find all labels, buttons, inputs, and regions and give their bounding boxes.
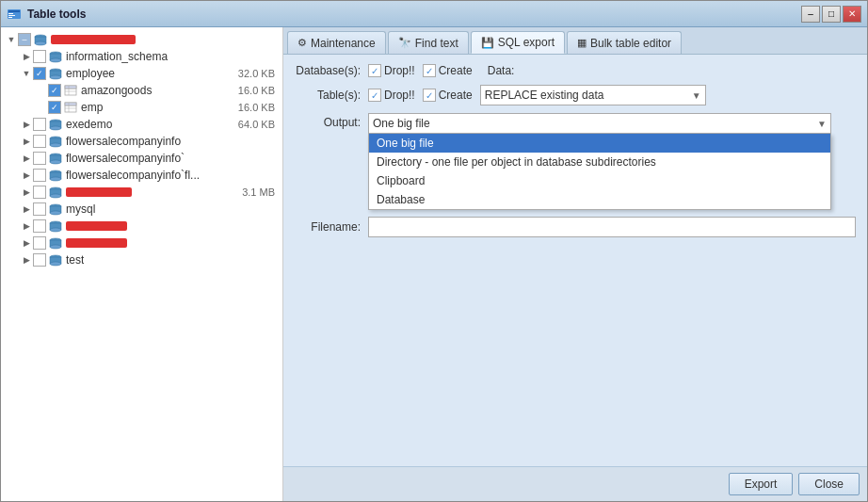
svg-point-38	[50, 194, 61, 198]
tree-item-fsci1[interactable]: ▶ flowersalecompanyinfo	[1, 133, 282, 150]
db-icon-test	[48, 252, 63, 267]
tree-item-employee[interactable]: ▼ ✓ employee 32.0 KB	[1, 65, 282, 82]
expander-icon-fsci3[interactable]: ▶	[20, 169, 33, 182]
bottom-bar: Export Close	[283, 466, 867, 501]
db-create-check-item: ✓ Create	[423, 64, 473, 77]
tree-size-amazongoods: 16.0 KB	[238, 85, 282, 96]
tbl-drop-checkbox[interactable]: ✓	[368, 89, 381, 102]
databases-controls: ✓ Drop!! ✓ Create Data:	[368, 64, 514, 77]
svg-rect-1	[8, 10, 20, 12]
tab-maintenance[interactable]: ⚙ Maintenance	[287, 31, 386, 54]
tab-sql-export-label: SQL export	[498, 36, 555, 49]
tree-checkbox-r1[interactable]	[33, 186, 46, 199]
output-option-clipboard[interactable]: Clipboard	[369, 171, 830, 190]
tree-checkbox-root[interactable]: –	[18, 33, 31, 46]
expander-icon-employee[interactable]: ▼	[20, 67, 33, 80]
svg-point-10	[50, 58, 61, 62]
output-dropdown[interactable]: One big file ▼	[368, 113, 831, 134]
db-drop-check-item: ✓ Drop!!	[368, 64, 415, 77]
tbl-create-checkbox[interactable]: ✓	[423, 89, 436, 102]
svg-point-26	[50, 126, 61, 130]
tree-item-redacted2[interactable]: ▶	[1, 218, 282, 235]
svg-rect-2	[8, 13, 13, 14]
svg-point-7	[35, 41, 46, 45]
output-option-database[interactable]: Database	[369, 190, 830, 209]
expander-icon-fsci1[interactable]: ▶	[20, 135, 33, 148]
tbl-create-check-item: ✓ Create	[423, 89, 473, 102]
tree-checkbox-fsci2[interactable]	[33, 152, 46, 165]
data-dropdown[interactable]: REPLACE existing data ▼	[480, 85, 706, 105]
tree-checkbox-r3[interactable]	[33, 236, 46, 250]
db-icon-r1	[48, 185, 63, 200]
svg-point-35	[50, 177, 61, 181]
expander-icon-amazongoods[interactable]	[35, 84, 48, 97]
tab-bar: ⚙ Maintenance 🔭 Find text 💾 SQL export ▦…	[283, 27, 867, 55]
output-option-directory[interactable]: Directory - one file per object in datab…	[369, 153, 830, 171]
tab-find-text[interactable]: 🔭 Find text	[388, 31, 469, 54]
table-icon-emp	[63, 100, 78, 115]
gear-icon: ⚙	[297, 37, 307, 49]
expander-icon-mysql[interactable]: ▶	[20, 202, 33, 216]
tree-item-redacted3[interactable]: ▶	[1, 235, 282, 251]
tree-checkbox-fsci3[interactable]	[33, 169, 46, 182]
db-create-checkbox[interactable]: ✓	[423, 64, 436, 77]
svg-point-50	[50, 262, 61, 266]
expander-icon-test[interactable]: ▶	[20, 253, 33, 267]
tables-label: Table(s):	[295, 89, 361, 102]
close-window-button[interactable]: ✕	[843, 6, 861, 23]
minimize-button[interactable]: –	[801, 6, 820, 23]
tree-item-fsci2[interactable]: ▶ flowersalecompanyinfo`	[1, 150, 282, 167]
tree-item-exedemo[interactable]: ▶ exedemo 64.0 KB	[1, 116, 282, 133]
sql-export-form: Database(s): ✓ Drop!! ✓ Create Data:	[283, 55, 867, 247]
tree-item-redacted1[interactable]: ▶ 3.1 MB	[1, 184, 282, 201]
maximize-button[interactable]: □	[822, 6, 841, 23]
tree-checkbox-employee[interactable]: ✓	[33, 67, 46, 80]
tree-checkbox-is[interactable]	[33, 50, 46, 63]
tab-sql-export[interactable]: 💾 SQL export	[471, 31, 565, 54]
tree-item-amazongoods[interactable]: ✓ amazongoods 16.0 KB	[1, 82, 282, 99]
tab-bulk-table-editor[interactable]: ▦ Bulk table editor	[567, 31, 682, 54]
tbl-drop-check-item: ✓ Drop!!	[368, 89, 415, 102]
tree-checkbox-fsci1[interactable]	[33, 135, 46, 148]
db-drop-checkbox[interactable]: ✓	[368, 64, 381, 77]
output-dropdown-text: One big file	[373, 117, 817, 130]
tree-label-employee: employee	[66, 67, 115, 80]
expander-icon-fsci2[interactable]: ▶	[20, 152, 33, 165]
tree-checkbox-mysql[interactable]	[33, 202, 46, 216]
expander-icon-r3[interactable]: ▶	[20, 236, 33, 250]
tree-checkbox-emp[interactable]: ✓	[48, 101, 61, 114]
tree-item-emp[interactable]: ✓ emp 16.0 KB	[1, 99, 282, 116]
svg-point-29	[50, 143, 61, 147]
expander-icon-r1[interactable]: ▶	[20, 186, 33, 199]
tree-checkbox-test[interactable]	[33, 253, 46, 267]
expander-icon-emp[interactable]	[35, 101, 48, 114]
tab-maintenance-label: Maintenance	[311, 37, 376, 50]
filename-input[interactable]	[368, 217, 856, 237]
right-panel: ⚙ Maintenance 🔭 Find text 💾 SQL export ▦…	[283, 27, 867, 501]
tree-checkbox-amazongoods[interactable]: ✓	[48, 84, 61, 97]
tree-label-r2	[66, 221, 127, 231]
tables-row: Table(s): ✓ Drop!! ✓ Create REPLACE exis…	[295, 85, 856, 105]
expander-icon-r2[interactable]: ▶	[20, 219, 33, 233]
tree-item-fsci3[interactable]: ▶ flowersalecompanyinfo`fl...	[1, 167, 282, 184]
expander-icon[interactable]: ▼	[5, 33, 18, 46]
databases-row: Database(s): ✓ Drop!! ✓ Create Data:	[295, 64, 856, 77]
tree-size-exedemo: 64.0 KB	[238, 119, 282, 130]
close-button[interactable]: Close	[798, 473, 860, 495]
tree-item-information-schema[interactable]: ▶ information_schema	[1, 48, 282, 65]
expander-icon[interactable]: ▶	[20, 50, 33, 63]
tree-item-root[interactable]: ▼ –	[1, 31, 282, 48]
tree-checkbox-exedemo[interactable]	[33, 118, 46, 131]
tree-item-test[interactable]: ▶ test	[1, 251, 282, 268]
export-button[interactable]: Export	[729, 473, 794, 495]
db-icon-fsci3	[48, 168, 63, 183]
db-icon-r3	[48, 235, 63, 251]
tree-item-mysql[interactable]: ▶ mysql	[1, 201, 282, 218]
tree-checkbox-r2[interactable]	[33, 219, 46, 233]
expander-icon-exedemo[interactable]: ▶	[20, 118, 33, 131]
svg-rect-15	[65, 86, 76, 89]
tree-label-fsci2: flowersalecompanyinfo`	[66, 152, 185, 165]
table-tools-window: Table tools – □ ✕ ▼ –	[0, 0, 868, 502]
output-option-one-big-file[interactable]: One big file	[369, 134, 830, 153]
output-dropdown-container: One big file ▼ One big file Directory - …	[368, 113, 831, 134]
